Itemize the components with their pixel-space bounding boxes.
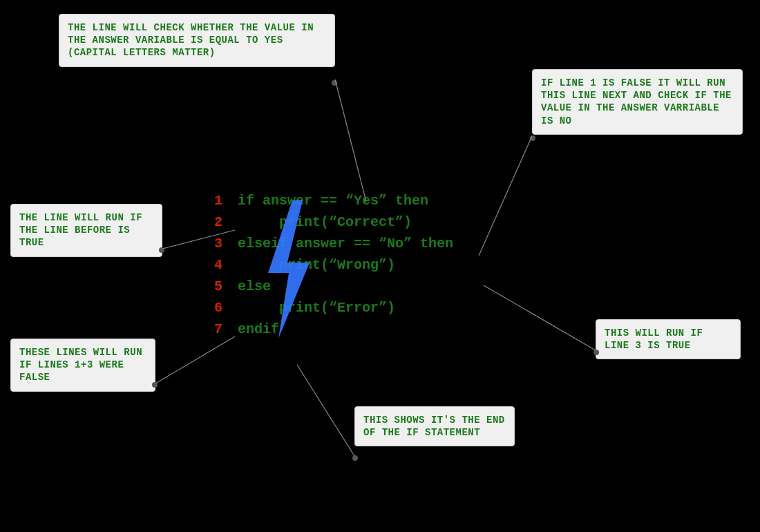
code-line-1: 1 if answer == “Yes” then [214, 190, 453, 211]
line-num-4: 4 [214, 254, 229, 276]
line-num-2: 2 [214, 211, 229, 233]
code-line-5: 5 else [214, 276, 453, 297]
code-line-3: 3 elseif answer == “No” then [214, 233, 453, 254]
dot-top-left [332, 80, 337, 86]
annotation-top-right: IF LINE 1 IS FALSE IT WILL RUN THIS LINE… [532, 69, 743, 135]
line-num-1: 1 [214, 190, 229, 211]
code-line-4: 4 print(“Wrong”) [214, 254, 453, 276]
annotation-bottom-center: THIS SHOWS IT'S THE END OF THE IF STATEM… [354, 406, 515, 446]
annotation-mid-right: THIS WILL RUN IF LINE 3 IS TRUE [596, 319, 741, 359]
line-num-3: 3 [214, 233, 229, 254]
dot-top-right [530, 135, 535, 141]
line-num-7: 7 [214, 319, 229, 340]
annotation-mid-left-top: THE LINE WILL RUN IF THE LINE BEFORE IS … [10, 204, 162, 257]
line-num-5: 5 [214, 276, 229, 297]
annotation-top-left: THE LINE WILL CHECK WHETHER THE VALUE IN… [59, 14, 335, 67]
lightning-icon [254, 200, 316, 339]
annotation-mid-left-bottom: THESE LINES WILL RUN IF LINES 1+3 WERE F… [10, 339, 155, 392]
dot-mid-right [593, 350, 599, 355]
svg-line-6 [297, 365, 354, 456]
code-line-6: 6 print(“Error”) [214, 297, 453, 319]
line-num-6: 6 [214, 297, 229, 319]
svg-line-2 [479, 136, 532, 256]
code-block: 1 if answer == “Yes” then 2 print(“Corre… [214, 190, 453, 340]
svg-marker-0 [268, 200, 310, 339]
svg-line-4 [155, 336, 235, 383]
dot-mid-left-bottom [152, 382, 158, 388]
svg-line-1 [335, 79, 366, 202]
code-line-2: 2 print(“Correct”) [214, 211, 453, 233]
dot-mid-left-top [159, 247, 164, 253]
code-line-7: 7 endif [214, 319, 453, 340]
dot-bottom-center [352, 455, 358, 461]
svg-line-5 [484, 285, 596, 350]
